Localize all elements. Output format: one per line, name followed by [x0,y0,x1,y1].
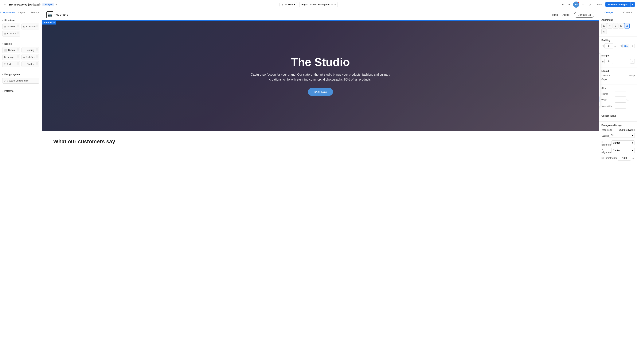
direction-row: Direction Wrap [601,74,635,77]
align-top-left[interactable]: ⊞ [601,23,607,28]
margin-copy-button[interactable]: ⧉ [630,59,635,64]
patterns-header[interactable]: ▾ Patterns [0,88,42,94]
container-info-icon[interactable]: i [36,24,39,27]
dropdown-item-xs[interactable]: XS 12px [599,64,600,70]
sidebar-item-text[interactable]: T Text i [2,61,20,67]
align-bottom[interactable]: ⊠ [601,29,607,34]
tab-layers[interactable]: Layers [15,9,28,16]
sidebar-item-heading[interactable]: T Heading i [22,47,40,53]
redo-button[interactable]: ↪ [566,2,572,7]
tab-components[interactable]: Components [0,9,15,16]
logo-icon: 📷 [46,12,53,18]
target-width-input[interactable] [617,156,631,160]
heading-info-icon[interactable]: i [36,48,39,51]
margin-input[interactable] [604,59,613,64]
sidebar-item-divider[interactable]: — Divider i [22,61,40,67]
scaling-select[interactable]: Fill ▾ [609,133,635,138]
structure-section-header[interactable]: ▾ Structure [0,18,42,23]
lang-label: English (United States) (en-US) [301,3,333,6]
target-width-row: ⓘ Target width px [601,156,635,160]
divider-info-icon[interactable]: i [36,62,39,65]
lang-chevron: ▾ [334,3,336,6]
back-button[interactable]: ← [2,2,8,7]
hero-section[interactable]: The Studio Capture perfection for your b… [42,21,599,131]
dropdown-item-3xl[interactable]: 3XL 64px [599,96,600,102]
dropdown-item-xxs[interactable]: XXS 8px [599,59,600,64]
language-selector[interactable]: English (United States) (en-US) ▾ [299,2,338,7]
section-info-icon[interactable]: i [17,24,20,27]
nav-contact[interactable]: Contact Us [574,12,594,18]
size-selector[interactable]: ⊡ All Sizes ▾ [280,2,297,7]
dropdown-item-l[interactable]: L 32px [599,80,600,86]
image-info-icon[interactable]: i [17,55,20,58]
basics-section-header[interactable]: ▾ Basics [0,42,42,46]
dropdown-item-xl[interactable]: XL 40px [599,86,600,91]
basics-title: Basics [4,42,12,45]
padding-size-button[interactable]: 3XL [622,44,629,48]
publish-main-button[interactable]: Publish changes [605,2,630,7]
section-label-options[interactable]: ··· [53,21,55,24]
height-input[interactable] [615,92,626,96]
sidebar-item-rich-text[interactable]: A Rich Text i [22,54,40,60]
dropdown-tab-group: Units Padding [599,53,600,59]
h-alignment-label: H alignment [601,141,611,146]
rich-text-icon: A [23,56,25,58]
dropdown-item-m[interactable]: M 24px [599,75,600,80]
dropdown-item-2xl[interactable]: 2XL 48px [599,91,600,96]
nav-home[interactable]: Home [551,13,558,16]
basics-caret: ▾ [2,43,3,45]
align-middle-center[interactable]: ⊡ [624,23,629,28]
external-link-button[interactable]: ⤢ [587,2,593,7]
align-top-right[interactable]: ⊟ [613,23,618,28]
maxwidth-row: Max-width [601,104,635,109]
page-menu-chevron[interactable]: ▾ [56,3,57,6]
tab-design[interactable]: Design [599,9,618,16]
text-info-icon[interactable]: i [17,62,20,65]
section-label-text: Section [43,21,52,24]
more-options-button[interactable]: ··· [581,2,586,7]
gaps-row: Gaps [601,78,635,81]
dropdown-tab-padding[interactable]: Padding [599,53,600,59]
sidebar-item-columns[interactable]: ⊞ Columns i [2,30,20,36]
maxwidth-input[interactable] [615,104,626,109]
maxwidth-label: Max-width [601,105,615,108]
rich-text-info-icon[interactable]: i [36,55,39,58]
structure-section: ▾ Structure ⊟ Section i ⊡ Container i ⊞ … [0,16,42,40]
scaling-chevron: ▾ [632,134,633,136]
dropdown-item-4xl[interactable]: 4XL 128px [599,102,600,107]
tab-content[interactable]: Content [618,9,637,16]
nav-about[interactable]: About [562,13,569,16]
padding-copy-button[interactable]: ⧉ [630,44,635,48]
width-input[interactable] [615,98,626,102]
save-button[interactable]: Save [594,2,604,7]
main-layout: Components Layers Settings ▾ Structure ⊟… [0,9,637,364]
button-info-icon[interactable]: i [17,48,20,51]
h-alignment-select[interactable]: Center ▾ [611,140,635,145]
sidebar-item-container[interactable]: ⊡ Container i [22,24,40,30]
corner-radius-expand[interactable]: › [634,116,635,118]
columns-info-icon[interactable]: i [17,32,20,34]
design-system-header[interactable]: ▾ Design system [0,72,42,77]
padding-input-row: ⊟ px ⊟ 3XL ⧉ [601,44,635,48]
sidebar-item-image[interactable]: 🖼 Image i [2,54,20,60]
sidebar-item-custom-components[interactable]: ▷ Custom Components [2,78,39,84]
align-top-center[interactable]: ≡ [607,23,612,28]
padding-left-input[interactable] [604,44,613,48]
gaps-label: Gaps [601,78,607,81]
sidebar-item-button[interactable]: ⬜ Button i [2,47,20,53]
publish-arrow-button[interactable]: ▾ [630,2,635,7]
design-system-section: ▾ Design system ▷ Custom Components [0,70,42,87]
undo-button[interactable]: ↩ [560,2,566,7]
tab-settings[interactable]: Settings [28,9,42,16]
hero-cta-button[interactable]: Book Now [308,88,333,96]
v-alignment-select[interactable]: Center ▾ [611,148,635,153]
dropdown-item-s[interactable]: S 16px [599,70,600,75]
divider-label: Divider [27,63,34,66]
topbar-center: ⊡ All Sizes ▾ English (United States) (e… [59,2,559,7]
sidebar-item-section[interactable]: ⊟ Section i [2,24,20,30]
align-middle-left[interactable]: ⊡ [618,23,624,28]
layout-section: Layout Direction Wrap Gaps [599,68,637,85]
background-image-title: Background image [601,124,635,126]
size-chevron: ▾ [294,3,295,6]
logo-text: ThE STuDIO [54,14,68,16]
